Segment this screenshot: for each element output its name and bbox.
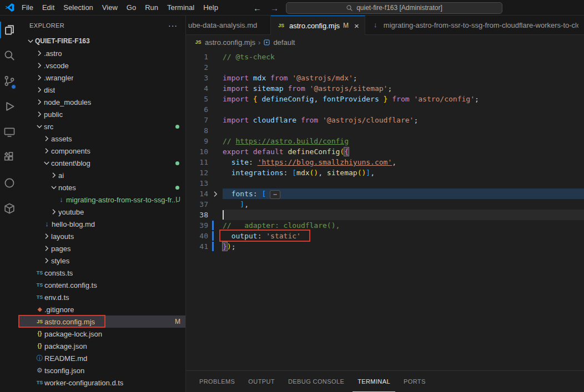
tree-file-worker-configuration-d-ts[interactable]: TSworker-configuration.d.ts [18, 376, 185, 389]
code-line-12[interactable]: 12 integrations: [mdx(), sitemap()], [186, 167, 584, 178]
code-line-39[interactable]: 39// adapter: cloudflare(), [186, 220, 584, 231]
tree-file-env-d-ts[interactable]: TSenv.d.ts [18, 291, 185, 303]
code-line-6[interactable]: 6 [186, 104, 584, 115]
more-actions-icon[interactable]: ··· [168, 21, 178, 30]
code-line-41[interactable]: 41}); [186, 241, 584, 252]
menu-run[interactable]: Run [140, 3, 163, 12]
back-arrow-icon[interactable]: ← [253, 3, 261, 13]
code-line-9[interactable]: 9// https://astro.build/config [186, 136, 584, 146]
line-number[interactable]: 14 [186, 189, 208, 199]
menu-help[interactable]: Help [199, 3, 223, 12]
tree-file-hello-blog-md[interactable]: ↓hello-blog.md [18, 218, 185, 230]
tree-file-tsconfig-json[interactable]: ⚙tsconfig.json [18, 364, 185, 376]
code-line-5[interactable]: 5import { defineConfig, fontProviders } … [186, 94, 584, 104]
line-number[interactable]: 5 [186, 94, 208, 104]
line-number[interactable]: 8 [186, 125, 208, 136]
line-number[interactable]: 11 [186, 157, 208, 167]
menu-selection[interactable]: Selection [59, 3, 97, 12]
line-number[interactable]: 41 [186, 241, 208, 252]
tree-folder-astro[interactable]: .astro [18, 47, 185, 59]
line-number[interactable]: 3 [186, 73, 208, 83]
line-number[interactable]: 9 [186, 136, 208, 146]
code-line-2[interactable]: 2 [186, 62, 584, 73]
circle-icon[interactable] [0, 170, 18, 196]
code-line-11[interactable]: 11 site: 'https://blog.smallzhiyuns.com'… [186, 157, 584, 167]
panel-tab-output[interactable]: OUTPUT [243, 371, 280, 392]
command-center[interactable]: quiet-fire-f163 [Administrator] [286, 2, 502, 14]
extensions-icon[interactable] [0, 145, 18, 170]
tree-folder-pages[interactable]: pages [18, 242, 185, 254]
breadcrumb-symbol[interactable]: default [273, 38, 295, 47]
tree-folder-components[interactable]: components [18, 145, 185, 157]
tree-folder-content-blog[interactable]: content\blog [18, 157, 185, 169]
tree-folder-ai[interactable]: ai [18, 169, 185, 181]
tree-file-gitignore[interactable]: ◆.gitignore [18, 303, 185, 315]
menu-terminal[interactable]: Terminal [163, 3, 199, 12]
package-icon[interactable] [0, 196, 18, 221]
tab-ube-data-analysis-md[interactable]: ube-data-analysis.md [186, 16, 271, 35]
tree-file-content-config-ts[interactable]: TScontent.config.ts [18, 279, 185, 291]
menu-file[interactable]: File [17, 3, 38, 12]
tree-folder-src[interactable]: src [18, 120, 185, 133]
workspace-root[interactable]: QUIET-FIRE-F163 [18, 35, 185, 47]
line-number[interactable]: 1 [186, 52, 208, 62]
close-icon[interactable]: × [354, 21, 359, 30]
menu-edit[interactable]: Edit [38, 3, 59, 12]
tree-file-migrating-astro-from-ssr-to-ssg-fr[interactable]: ↓migrating-astro-from-ssr-to-ssg-fr...U [18, 194, 185, 206]
tree-folder-public[interactable]: public [18, 108, 185, 120]
fold-chevron-icon[interactable] [208, 189, 223, 199]
tree-folder-wrangler[interactable]: .wrangler [18, 72, 185, 84]
code-line-7[interactable]: 7import cloudflare from '@astrojs/cloudf… [186, 115, 584, 125]
line-number[interactable]: 13 [186, 178, 208, 189]
line-number[interactable]: 2 [186, 62, 208, 73]
line-number[interactable]: 7 [186, 115, 208, 125]
code-line-3[interactable]: 3import mdx from '@astrojs/mdx'; [186, 73, 584, 83]
line-number[interactable]: 39 [186, 220, 208, 231]
tree-file-package-lock-json[interactable]: {}package-lock.json [18, 328, 185, 340]
tree-file-astro-config-mjs[interactable]: JSastro.config.mjsM [18, 315, 185, 328]
line-number[interactable]: 37 [186, 199, 208, 210]
code-line-40[interactable]: 40 output: 'static' [186, 231, 584, 241]
breadcrumb-file[interactable]: astro.config.mjs [205, 38, 255, 47]
remote-explorer-icon[interactable] [0, 119, 18, 145]
line-number[interactable]: 12 [186, 167, 208, 178]
tab-migrating-astro-from-ssr-to-ssg-from-cloudflare-workers-to-clo[interactable]: ↓migrating-astro-from-ssr-to-ssg-from-cl… [365, 16, 584, 35]
line-number[interactable]: 4 [186, 83, 208, 94]
code-line-8[interactable]: 8 [186, 125, 584, 136]
search-icon[interactable] [0, 43, 18, 68]
line-number[interactable]: 10 [186, 146, 208, 157]
tree-folder-youtube[interactable]: youtube [18, 206, 185, 218]
code-line-10[interactable]: 10export default defineConfig({ [186, 146, 584, 157]
explorer-icon[interactable] [0, 17, 18, 43]
folded-code-ellipsis[interactable]: ⋯ [270, 190, 280, 199]
code-line-4[interactable]: 4import sitemap from '@astrojs/sitemap'; [186, 83, 584, 94]
tree-folder-assets[interactable]: assets [18, 133, 185, 145]
tree-file-package-json[interactable]: {}package.json [18, 340, 185, 352]
tree-folder-notes[interactable]: notes [18, 181, 185, 194]
line-number[interactable]: 38 [186, 210, 208, 220]
source-control-icon[interactable] [0, 68, 18, 94]
tree-file-consts-ts[interactable]: TSconsts.ts [18, 267, 185, 279]
panel-tab-debug-console[interactable]: DEBUG CONSOLE [283, 371, 349, 392]
code-line-1[interactable]: 1// @ts-check [186, 52, 584, 62]
code-line-14[interactable]: 14 fonts: [⋯ [186, 189, 584, 199]
line-number[interactable]: 40 [186, 231, 208, 241]
tree-file-readme-md[interactable]: ⓘREADME.md [18, 352, 185, 364]
code-line-13[interactable]: 13 [186, 178, 584, 189]
tree-folder-node-modules[interactable]: node_modules [18, 96, 185, 108]
tab-astro-config-mjs[interactable]: JSastro.config.mjsM× [271, 16, 365, 35]
panel-tab-ports[interactable]: PORTS [399, 371, 431, 392]
run-debug-icon[interactable] [0, 94, 18, 119]
code-line-37[interactable]: 37 ], [186, 199, 584, 210]
panel-tab-terminal[interactable]: TERMINAL [353, 371, 395, 392]
code-area[interactable]: 1// @ts-check23import mdx from '@astrojs… [186, 49, 584, 370]
tree-folder-styles[interactable]: styles [18, 254, 185, 267]
forward-arrow-icon[interactable]: → [270, 3, 279, 13]
line-number[interactable]: 6 [186, 104, 208, 115]
tree-folder-layouts[interactable]: layouts [18, 230, 185, 242]
tree-folder-dist[interactable]: dist [18, 84, 185, 96]
code-line-38[interactable]: 38 [186, 210, 584, 220]
panel-tab-problems[interactable]: PROBLEMS [194, 371, 240, 392]
menu-view[interactable]: View [98, 3, 122, 12]
tree-folder-vscode[interactable]: .vscode [18, 59, 185, 72]
